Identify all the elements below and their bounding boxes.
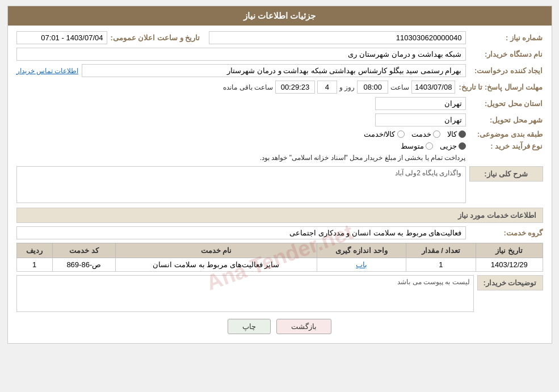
- city-row: شهر محل تحویل: تهران: [16, 113, 543, 127]
- response-date-value: 1403/07/08: [411, 81, 455, 94]
- col-service-code: کد خدمت: [52, 243, 115, 258]
- buttons-row: بازگشت چاپ: [16, 319, 543, 334]
- purchase-partial-item[interactable]: جزیی: [440, 142, 466, 150]
- col-quantity: تعداد / مقدار: [406, 243, 476, 258]
- back-button[interactable]: بازگشت: [276, 319, 331, 334]
- purchase-type-radio-group: متوسط جزیی: [401, 142, 466, 150]
- contact-link[interactable]: اطلاعات تماس خریدار: [16, 67, 79, 75]
- timing-row: 1403/07/08 ساعت 08:00 روز و 4 00:29:23 س…: [16, 81, 456, 94]
- buyer-notes-value: لیست به پیوست می باشد: [16, 275, 474, 312]
- purchase-medium-label: متوسط: [401, 142, 424, 150]
- col-unit: واحد اندازه گیری: [317, 243, 406, 258]
- buyer-org-row: نام دستگاه خریدار: شبکه بهداشت و درمان ش…: [16, 48, 543, 61]
- province-value: تهران: [375, 97, 466, 110]
- announce-date-value: 1403/07/04 - 07:01: [16, 31, 107, 44]
- created-by-label: ایجاد کننده درخواست:: [469, 66, 543, 75]
- need-summary-watermark-area: واگذاری پایگاه 2ولی آباد: [16, 166, 466, 203]
- page-header: جزئیات اطلاعات نیاز: [8, 6, 552, 26]
- province-row: استان محل تحویل: تهران: [16, 97, 543, 110]
- days-label: روز و: [339, 83, 355, 91]
- cell-unit[interactable]: باب: [317, 258, 406, 272]
- category-goods-label: کالا: [447, 130, 457, 138]
- buyer-notes-section: توضیحات خریدار: لیست به پیوست می باشد: [16, 275, 543, 312]
- service-group-label: گروه خدمت:: [469, 229, 543, 237]
- buyer-org-label: نام دستگاه خریدار:: [469, 50, 543, 58]
- category-row: طبقه بندی موضوعی: کالا/خدمت خدمت کالا: [16, 130, 543, 138]
- remaining-value: 00:29:23: [275, 81, 315, 94]
- category-goods-service-item[interactable]: کالا/خدمت: [364, 130, 405, 138]
- col-date: تاریخ نیاز: [476, 243, 543, 258]
- need-number-value: 1103030620000040: [209, 31, 465, 44]
- buyer-org-value: شبکه بهداشت و درمان شهرستان ری: [16, 48, 466, 61]
- response-deadline-row: مهلت ارسال پاسخ: تا تاریخ: 1403/07/08 سا…: [16, 81, 543, 94]
- need-summary-value: واگذاری پایگاه 2ولی آباد: [16, 166, 466, 203]
- created-by-row: ایجاد کننده درخواست: بهرام رستمی سید بیگ…: [16, 64, 543, 77]
- services-table-area: Ana Tender.net تاریخ نیاز تعداد / مقدار …: [16, 243, 543, 272]
- need-summary-section: شرح کلی نیاز: واگذاری پایگاه 2ولی آباد: [16, 166, 543, 203]
- services-section-header: اطلاعات خدمات مورد نیاز: [16, 208, 543, 223]
- purchase-partial-label: جزیی: [440, 142, 457, 150]
- category-goods-item[interactable]: کالا: [447, 130, 466, 138]
- city-label: شهر محل تحویل:: [469, 116, 543, 124]
- category-service-item[interactable]: خدمت: [411, 130, 440, 138]
- print-button[interactable]: چاپ: [228, 319, 271, 334]
- days-value: 4: [317, 81, 337, 94]
- category-radio-group: کالا/خدمت خدمت کالا: [364, 130, 466, 138]
- category-label: طبقه بندی موضوعی:: [469, 130, 543, 138]
- category-goods-radio: [459, 130, 466, 138]
- page-title: جزئیات اطلاعات نیاز: [243, 11, 316, 20]
- announce-date-label: تاریخ و ساعت اعلان عمومی:: [111, 33, 206, 42]
- table-row: 1403/12/29 1 باب سایر فعالیت‌های مربوط ب…: [16, 258, 543, 272]
- category-goods-service-label: کالا/خدمت: [364, 130, 396, 138]
- created-by-value: بهرام رستمی سید بیگلو کارشناس بهداشتی شب…: [82, 64, 465, 77]
- need-summary-section-header: شرح کلی نیاز:: [469, 166, 543, 182]
- cell-row-num: 1: [16, 258, 52, 272]
- service-group-row: گروه خدمت: فعالیت‌های مربوط به سلامت انس…: [16, 226, 543, 239]
- category-service-label: خدمت: [411, 130, 431, 138]
- need-number-row: شماره نیاز : 1103030620000040 تاریخ و سا…: [16, 31, 543, 44]
- province-label: استان محل تحویل:: [469, 99, 543, 108]
- purchase-type-label: نوع فرآیند خرید :: [469, 142, 543, 150]
- buyer-notes-label: توضیحات خریدار:: [477, 275, 543, 290]
- content-area: شماره نیاز : 1103030620000040 تاریخ و سا…: [8, 26, 552, 343]
- purchase-type-note: پرداخت تمام یا بخشی از مبلغ خریدار محل "…: [16, 153, 466, 163]
- services-table: تاریخ نیاز تعداد / مقدار واحد اندازه گیر…: [16, 243, 543, 272]
- main-container: جزئیات اطلاعات نیاز شماره نیاز : 1103030…: [7, 6, 552, 344]
- remaining-label: ساعت باقی مانده: [223, 83, 273, 91]
- purchase-medium-item[interactable]: متوسط: [401, 142, 433, 150]
- response-time-label: ساعت: [390, 83, 409, 91]
- purchase-medium-radio: [426, 142, 433, 150]
- category-service-radio: [433, 130, 440, 138]
- purchase-type-row: نوع فرآیند خرید : متوسط جزیی پرداخت: [16, 142, 543, 163]
- service-group-value: فعالیت‌های مربوط به سلامت انسان و مددکار…: [16, 226, 466, 239]
- cell-service-name: سایر فعالیت‌های مربوط به سلامت انسان: [115, 258, 317, 272]
- response-time-value: 08:00: [357, 81, 388, 94]
- table-header-row: تاریخ نیاز تعداد / مقدار واحد اندازه گیر…: [16, 243, 543, 258]
- col-service-name: نام خدمت: [115, 243, 317, 258]
- cell-service-code: ص-86-869: [52, 258, 115, 272]
- purchase-partial-radio: [459, 142, 466, 150]
- category-goods-service-radio: [397, 130, 405, 138]
- city-value: تهران: [375, 113, 466, 127]
- cell-date: 1403/12/29: [476, 258, 543, 272]
- need-number-label: شماره نیاز :: [469, 33, 543, 42]
- response-deadline-label: مهلت ارسال پاسخ: تا تاریخ:: [459, 83, 543, 91]
- col-row-num: ردیف: [16, 243, 52, 258]
- cell-quantity: 1: [406, 258, 476, 272]
